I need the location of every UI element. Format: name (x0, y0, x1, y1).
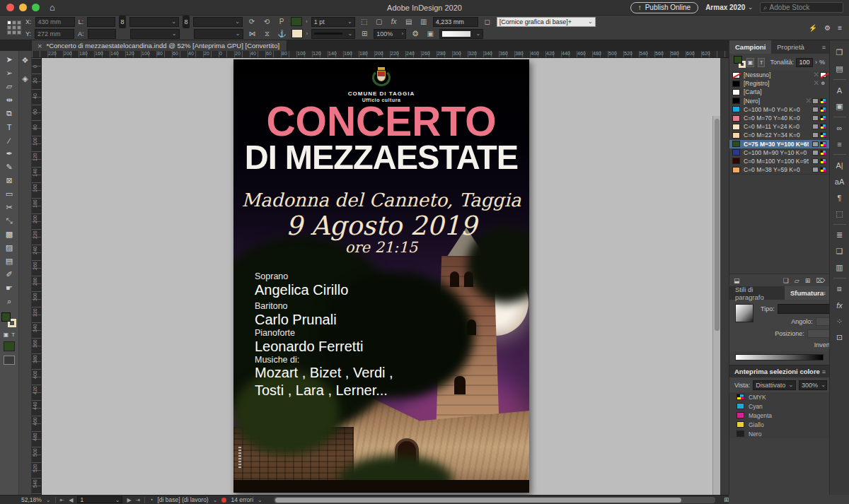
swatch-row[interactable]: C=0 M=22 Y=34 K=0 (729, 131, 829, 139)
stroke-style-dropdown[interactable]: ⌄ (311, 29, 355, 39)
height-field[interactable] (88, 29, 116, 39)
rotation-angle-dropdown[interactable]: ⌄ (193, 17, 243, 27)
corner-shape-icon[interactable]: ◻ (482, 17, 493, 27)
wrap-icon[interactable]: ▣ (424, 29, 436, 39)
control-panel-gear-icon[interactable]: ⚙ (824, 24, 831, 32)
swatch-row[interactable]: C=100 M=0 Y=0 K=0 (729, 105, 829, 114)
delete-swatch-icon[interactable]: ⌦ (816, 277, 825, 284)
separation-row[interactable]: Nero (729, 429, 829, 438)
scale-y-dropdown[interactable]: ⌄ (130, 29, 180, 39)
swatch-row[interactable]: C=75 M=30 Y=100 K=65 (729, 140, 829, 148)
tint-value-field[interactable]: 100 (796, 58, 813, 67)
shear-angle-dropdown[interactable]: ⌄ (194, 29, 243, 39)
color-panel-icon[interactable]: ▣ (831, 98, 848, 115)
swatch-row[interactable]: [Nero]⤬ (729, 97, 829, 105)
fill-stroke-proxy[interactable] (734, 56, 743, 69)
gradient-feather-tool[interactable]: ▨ (1, 241, 17, 254)
new-color-group-icon[interactable]: ❏ (783, 277, 789, 284)
swatch-row[interactable]: C=0 M=11 Y=24 K=0 (729, 122, 829, 131)
p-badge-icon[interactable]: P (276, 17, 287, 27)
gradient-position-field[interactable] (807, 329, 831, 338)
formatting-affects-container-button[interactable]: ▣ (746, 58, 754, 67)
swatch-row[interactable]: C=0 M=100 Y=100 K=95 (729, 157, 829, 165)
separation-row[interactable]: Giallo (729, 420, 829, 429)
tint-ramp-dropdown[interactable]: ⌄ (439, 29, 483, 39)
fill-swatch-chevron[interactable]: › (306, 18, 308, 25)
vista-dropdown[interactable]: Disattivato⌄ (753, 380, 796, 390)
tab-campioni[interactable]: Campioni (729, 40, 771, 54)
error-count[interactable]: 14 errori (231, 496, 253, 503)
anchor-object-icon[interactable]: ⚓ (277, 29, 288, 39)
container-format-icon[interactable]: ▣ (4, 332, 9, 338)
character-panel-icon[interactable]: A| (831, 157, 848, 173)
scissors-tool[interactable]: ✂ (1, 201, 17, 214)
panel-menu-icon[interactable]: ≡ (822, 44, 826, 51)
zoom-chevron-icon[interactable]: ⌄ (46, 497, 51, 503)
scale-x-dropdown[interactable]: ⌄ (129, 17, 179, 27)
panel-menu-icon[interactable]: ≡ (822, 368, 826, 375)
frame-fitting-icon[interactable]: ▢ (374, 17, 385, 27)
pages-panel-icon[interactable]: ❐ (831, 45, 848, 61)
next-page-button[interactable]: ▶ (127, 497, 131, 503)
frame-tool[interactable]: ⊠ (1, 174, 17, 187)
pen-tool[interactable]: ✒ (1, 147, 17, 160)
tint-chevron[interactable]: › (815, 59, 817, 66)
close-tab-icon[interactable]: × (37, 42, 42, 50)
preflight-icon[interactable]: ◔ (149, 496, 153, 503)
opacity-icon[interactable]: ⊞ (359, 29, 370, 39)
poster-page[interactable]: COMUNE DI TAGGIA Ufficio cultura CONCERT… (233, 59, 529, 493)
zoom-window-button[interactable] (32, 4, 40, 11)
flip-horizontal-icon[interactable]: ⋈ (247, 29, 258, 39)
swatch-row[interactable]: C=0 M=38 Y=59 K=0 (729, 165, 829, 174)
screen-mode-button[interactable] (4, 356, 15, 365)
adobe-stock-search[interactable]: ⌕ Adobe Stock (760, 2, 843, 13)
x-position-field[interactable]: 430 mm (35, 17, 75, 27)
new-folder-icon[interactable]: ▱ (795, 277, 799, 284)
fill-color-swatch[interactable] (291, 17, 302, 26)
first-page-button[interactable]: ⇤ (60, 497, 65, 503)
error-chevron-icon[interactable]: ⌄ (258, 497, 262, 503)
last-page-button[interactable]: ⇥ (136, 497, 141, 503)
workspace-switcher[interactable]: Armax 2020 ⌄ (705, 4, 753, 11)
preflight-chevron-icon[interactable]: ⌄ (213, 497, 218, 503)
formatting-affects-text-button[interactable]: T (758, 58, 766, 67)
layers-panel-icon[interactable]: ❏ (831, 243, 848, 259)
page-tool[interactable]: ▱ (1, 80, 17, 93)
separations-zoom-dropdown[interactable]: 300%⌄ (799, 380, 827, 390)
hand-tool[interactable]: ☛ (1, 281, 17, 295)
free-transform-tool[interactable]: ⤡ (1, 214, 17, 228)
width-field[interactable] (87, 17, 115, 27)
stroke-weight-dropdown[interactable]: 1 pt⌄ (311, 17, 355, 27)
swatch-row[interactable]: [Registro]⤬⊕ (729, 79, 829, 88)
note-tool[interactable]: ▤ (1, 254, 17, 268)
paragraph-panel-icon[interactable]: ¶ (831, 189, 848, 206)
opacity-dropdown[interactable]: 100%› (374, 29, 406, 39)
vertical-scrollbar[interactable] (712, 116, 720, 495)
publish-online-button[interactable]: ↑ Publish Online (630, 2, 698, 13)
object-style-dropdown[interactable]: [Cornice grafica di base]+⌄ (497, 17, 596, 27)
align-left-icon[interactable]: ▤ (403, 17, 415, 27)
rotate-ccw-icon[interactable]: ⟲ (261, 17, 272, 27)
articles-panel-icon[interactable]: ▥ (831, 259, 848, 276)
constrain-dimensions-icon[interactable]: 8 (119, 16, 126, 28)
pencil-tool[interactable]: ✎ (1, 160, 17, 174)
swatch-row[interactable]: C=100 M=90 Y=10 K=0 (729, 148, 829, 157)
corner-options-icon[interactable]: ⬚ (359, 17, 370, 27)
reference-point-proxy[interactable] (7, 20, 21, 35)
glyphs-panel-icon[interactable]: A (831, 82, 848, 98)
apply-color-button[interactable] (4, 341, 15, 351)
horizontal-scrollbar[interactable] (274, 497, 715, 503)
rotate-cw-icon[interactable]: ⟳ (246, 17, 258, 27)
tab-proprieta[interactable]: Proprietà (771, 40, 810, 54)
page-number-field[interactable]: 1⌄ (77, 496, 122, 503)
object-states-panel-icon[interactable]: ⊡ (831, 329, 848, 346)
effects-fx-icon[interactable]: fx (388, 17, 400, 27)
separations-preview-header[interactable]: Anteprima selezioni colore ≡ (729, 365, 829, 377)
text-format-icon[interactable]: T (11, 332, 15, 338)
eyedropper-tool[interactable]: ✐ (1, 268, 17, 281)
direct-selection-tool[interactable]: ➢ (1, 66, 17, 80)
layers-diamond-icon[interactable]: ◈ (20, 74, 31, 83)
effects-panel-icon[interactable]: fx (831, 297, 848, 313)
cc-libraries-panel-icon[interactable]: ⧈ (831, 281, 848, 297)
split-view-icon[interactable]: ⊞ (724, 496, 729, 503)
